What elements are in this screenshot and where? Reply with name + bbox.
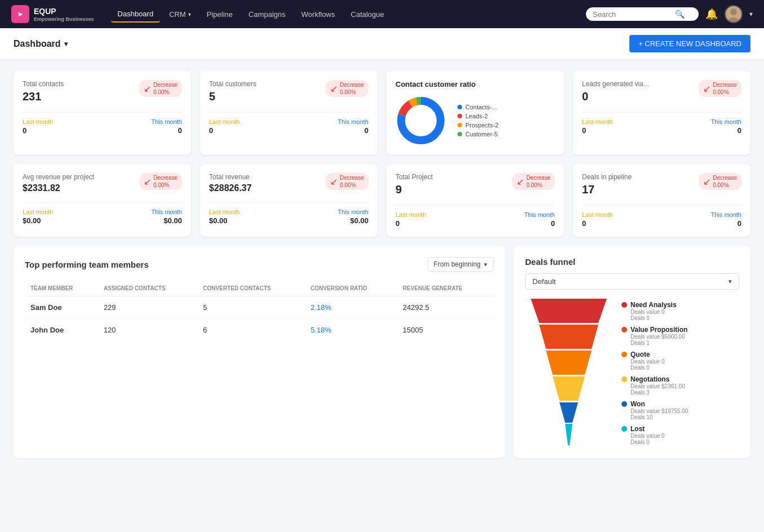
stat-label: Deals in pipeline bbox=[582, 173, 632, 181]
funnel-stage-sub2: Deals 3 bbox=[630, 389, 688, 396]
last-month-label: Last month bbox=[582, 118, 612, 125]
last-month-value: 0 bbox=[582, 126, 612, 135]
stat-label: Total Project bbox=[396, 173, 433, 181]
donut-chart bbox=[396, 95, 446, 146]
funnel-select[interactable]: Default ▾ bbox=[525, 273, 739, 290]
funnel-legend-item-won: Won Deals value $19755.00 Deals 10 bbox=[621, 400, 688, 420]
this-month-value: 0 bbox=[711, 126, 741, 135]
legend-label: Leads-2 bbox=[465, 113, 488, 119]
svg-marker-7 bbox=[531, 299, 607, 323]
stat-value: 17 bbox=[582, 183, 632, 196]
search-input[interactable] bbox=[593, 10, 672, 19]
stat-card-total-contacts: Total contacts 231 ↙ Decrease 0.00% Last… bbox=[14, 71, 191, 155]
team-header: Top performing team members From beginni… bbox=[25, 257, 494, 272]
funnel-legend: Need Analysis Deals value 0 Deals 0 Valu… bbox=[621, 299, 688, 445]
legend-label: Contacts-... bbox=[465, 104, 497, 110]
badge-percent: 0.00% bbox=[340, 88, 364, 96]
legend-label: Customer-5 bbox=[465, 131, 498, 138]
funnel-legend-item-quote: Quote Deals value 0 Deals 0 bbox=[621, 351, 688, 371]
last-month-label: Last month bbox=[209, 209, 239, 215]
main-content: Total contacts 231 ↙ Decrease 0.00% Last… bbox=[0, 60, 764, 469]
funnel-stage-name: Lost bbox=[630, 425, 645, 433]
funnel-legend-item-negotations: Negotations Deals value $2361.00 Deals 3 bbox=[621, 375, 688, 396]
donut-title: Contact customer ratio bbox=[396, 80, 555, 88]
legend-item-prospects: Prospects-2 bbox=[457, 122, 499, 128]
funnel-stage-sub2: Deals 0 bbox=[630, 365, 688, 371]
legend-item-contacts: Contacts-... bbox=[457, 104, 499, 110]
funnel-stage-sub1: Deals value 0 bbox=[630, 309, 688, 315]
revenue: 24292.5 bbox=[397, 296, 494, 319]
funnel-title: Deals funnel bbox=[525, 257, 739, 267]
svg-point-1 bbox=[728, 17, 739, 22]
nav-item-pipeline[interactable]: Pipeline bbox=[200, 7, 239, 22]
period-select[interactable]: From beginning ▾ bbox=[428, 257, 494, 272]
converted-contacts: 6 bbox=[197, 319, 305, 342]
nav-item-catalogue[interactable]: Catalogue bbox=[344, 7, 391, 22]
nav-item-campaigns[interactable]: Campaigns bbox=[242, 7, 292, 22]
col-member: Team Member bbox=[25, 281, 98, 296]
stat-value: $2331.82 bbox=[23, 183, 94, 193]
stat-label: Total contacts bbox=[23, 80, 64, 88]
nav-right: 🔍 🔔 ▾ bbox=[586, 5, 753, 23]
badge-percent: 0.00% bbox=[526, 181, 550, 189]
stat-badge: ↙ Decrease 0.00% bbox=[512, 173, 555, 190]
stats-row-1: Total contacts 231 ↙ Decrease 0.00% Last… bbox=[14, 71, 750, 155]
funnel-legend-item-value-prop: Value Proposition Deals value $5000.00 D… bbox=[621, 326, 688, 346]
avatar-dropdown-arrow[interactable]: ▾ bbox=[749, 10, 753, 18]
navbar: ▶ EQUP Empowering Businesses Dashboard C… bbox=[0, 0, 764, 28]
funnel-stage-sub2: Deals 1 bbox=[630, 340, 688, 346]
this-month-value: 0 bbox=[525, 219, 555, 228]
stat-value: 0 bbox=[582, 90, 649, 103]
stat-label: Total revenue bbox=[209, 173, 252, 181]
conversion-ratio: 5.18% bbox=[305, 319, 397, 342]
last-month-label: Last month bbox=[23, 118, 53, 125]
last-month-label: Last month bbox=[582, 211, 612, 218]
stat-value: 9 bbox=[396, 183, 433, 196]
col-revenue: Revenue Generate bbox=[397, 281, 494, 296]
svg-point-0 bbox=[730, 8, 737, 15]
logo[interactable]: ▶ EQUP Empowering Businesses bbox=[11, 5, 94, 23]
search-icon: 🔍 bbox=[675, 10, 685, 19]
funnel-select-label: Default bbox=[532, 277, 556, 286]
last-month-value: 0 bbox=[209, 126, 239, 135]
funnel-stage-sub1: Deals value 0 bbox=[630, 433, 688, 439]
stat-card-total-customers: Total customers 5 ↙ Decrease 0.00% Last … bbox=[200, 71, 377, 155]
avatar[interactable] bbox=[725, 5, 743, 23]
legend-item-customer: Customer-5 bbox=[457, 131, 499, 138]
this-month-label: This month bbox=[711, 118, 741, 125]
logo-text: EQUP bbox=[34, 7, 56, 16]
last-month-value: 0 bbox=[582, 219, 612, 228]
nav-item-dashboard[interactable]: Dashboard bbox=[111, 6, 161, 23]
funnel-card: Deals funnel Default ▾ bbox=[514, 246, 750, 458]
bottom-section: Top performing team members From beginni… bbox=[14, 246, 750, 458]
assigned-contacts: 120 bbox=[98, 319, 197, 342]
stat-badge: ↙ Decrease 0.00% bbox=[139, 80, 182, 97]
logo-icon: ▶ bbox=[11, 5, 29, 23]
page-header: Dashboard ▾ + CREATE NEW DASHBOARD bbox=[0, 28, 764, 60]
nav-item-workflows[interactable]: Workflows bbox=[295, 7, 342, 22]
legend-label: Prospects-2 bbox=[465, 122, 499, 128]
this-month-value: 0 bbox=[338, 126, 368, 135]
badge-decrease-label: Decrease bbox=[340, 174, 364, 181]
dashboard-title[interactable]: Dashboard ▾ bbox=[14, 39, 68, 49]
svg-marker-10 bbox=[553, 376, 585, 401]
stat-badge: ↙ Decrease 0.00% bbox=[699, 173, 741, 190]
period-label: From beginning bbox=[434, 260, 481, 268]
svg-marker-11 bbox=[559, 402, 578, 423]
last-month-value: 0 bbox=[23, 126, 53, 135]
stat-value: 5 bbox=[209, 90, 256, 103]
badge-percent: 0.00% bbox=[153, 181, 177, 189]
badge-decrease-label: Decrease bbox=[713, 81, 737, 88]
stat-card-contact-ratio: Contact customer ratio Contacts bbox=[387, 71, 564, 155]
search-box[interactable]: 🔍 bbox=[586, 7, 699, 21]
nav-items: Dashboard CRM ▾ Pipeline Campaigns Workf… bbox=[111, 6, 569, 23]
stat-badge: ↙ Decrease 0.00% bbox=[326, 80, 368, 97]
assigned-contacts: 229 bbox=[98, 296, 197, 319]
col-assigned: Assigned Contacts bbox=[98, 281, 197, 296]
revenue: 15005 bbox=[397, 319, 494, 342]
nav-item-crm[interactable]: CRM ▾ bbox=[162, 7, 198, 22]
member-name: John Doe bbox=[25, 319, 98, 342]
create-dashboard-button[interactable]: + CREATE NEW DASHBOARD bbox=[629, 35, 750, 52]
notification-bell[interactable]: 🔔 bbox=[705, 8, 718, 20]
dropdown-arrow-icon: ▾ bbox=[64, 40, 68, 48]
